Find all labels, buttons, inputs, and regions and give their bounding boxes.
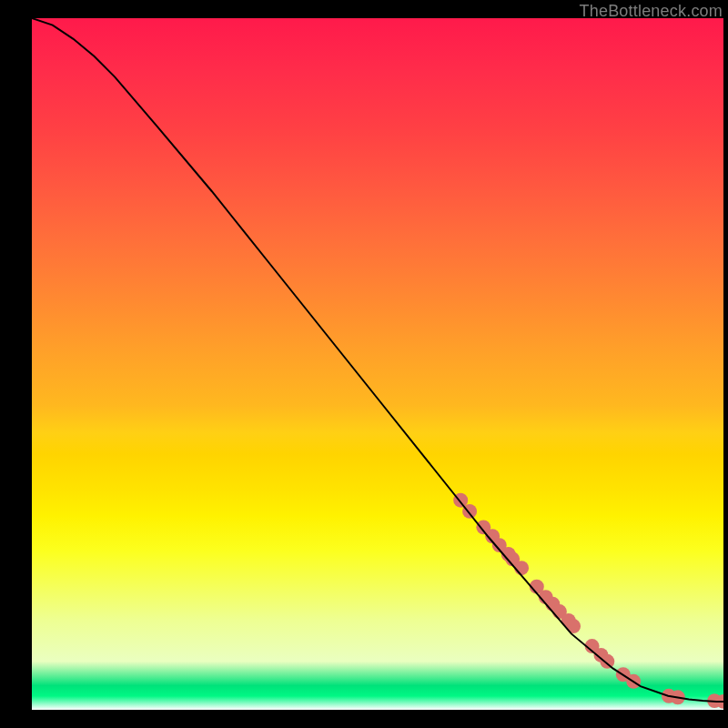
- plot-area: [32, 18, 723, 710]
- marker-point: [585, 639, 600, 653]
- marker-point: [505, 551, 520, 566]
- marker-point: [453, 493, 468, 508]
- attribution-text: TheBottleneck.com: [580, 2, 723, 21]
- marker-point: [514, 561, 529, 575]
- highlighted-markers: [453, 493, 723, 709]
- marker-point: [566, 619, 581, 633]
- marker-point: [671, 690, 685, 704]
- marker-point: [492, 538, 507, 552]
- marker-point: [561, 613, 576, 628]
- marker-point: [616, 667, 631, 682]
- marker-point: [662, 689, 676, 703]
- chart-frame: TheBottleneck.com: [0, 0, 728, 728]
- marker-point: [539, 590, 553, 604]
- marker-point: [476, 520, 490, 534]
- chart-svg: [32, 18, 723, 710]
- marker-point: [707, 693, 722, 708]
- marker-point: [462, 504, 477, 519]
- marker-point: [600, 654, 614, 669]
- bottleneck-curve: [32, 18, 723, 702]
- marker-point: [501, 547, 516, 561]
- marker-point: [552, 604, 567, 619]
- marker-point: [594, 648, 609, 662]
- marker-point: [626, 674, 641, 689]
- marker-point: [545, 597, 560, 612]
- marker-point: [485, 529, 500, 543]
- marker-point: [530, 580, 544, 594]
- marker-point: [716, 694, 723, 709]
